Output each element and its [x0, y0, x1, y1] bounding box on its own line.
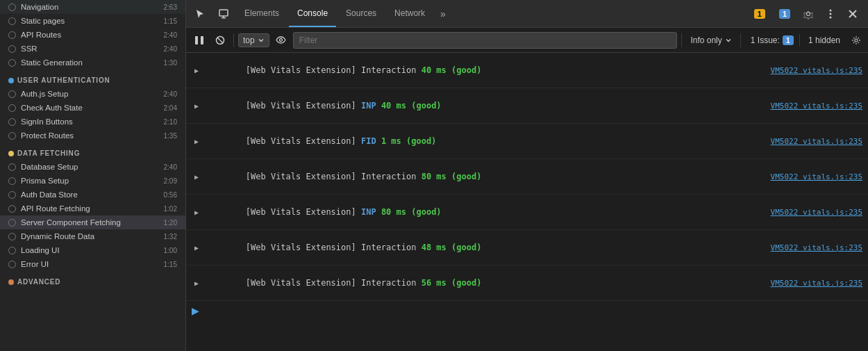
console-prompt[interactable]: ▶ — [186, 301, 868, 320]
sidebar-item-protect-routes[interactable]: Protect Routes 1:35 — [0, 129, 185, 142]
sidebar-item-loading-ui[interactable]: Loading UI 1:00 — [0, 243, 185, 257]
radio-prisma-setup — [8, 177, 16, 185]
info-only-btn[interactable]: Info only — [686, 34, 735, 47]
sidebar-item-static-generation[interactable]: Static Generation 1:30 — [0, 56, 185, 70]
svg-rect-0 — [219, 10, 228, 16]
radio-api-routes — [8, 31, 16, 39]
log-text-7: [Web Vitals Extension] Interaction 56 ms… — [206, 268, 767, 297]
section-dot-data-fetching — [8, 151, 14, 156]
console-settings-btn[interactable] — [849, 33, 864, 48]
expand-icon-2[interactable]: ▶ — [192, 102, 201, 110]
sidebar-item-badge: 1:30 — [163, 59, 177, 67]
cursor-icon-btn[interactable] — [189, 3, 211, 25]
block-btn[interactable] — [211, 31, 229, 49]
log-text-3: [Web Vitals Extension] FID 1 ms (good) — [206, 126, 767, 156]
sidebar-item-label: Navigation — [21, 3, 158, 11]
radio-loading-ui — [8, 247, 16, 254]
issue-label: 1 Issue: — [751, 35, 780, 45]
toolbar-divider-3 — [740, 33, 741, 47]
warn-count-btn[interactable]: 1 — [749, 7, 771, 21]
inspect-icon-btn[interactable] — [212, 3, 235, 25]
top-selector-btn[interactable]: top — [238, 33, 269, 47]
close-btn[interactable] — [843, 4, 862, 24]
issue-count-badge: 1 — [783, 35, 794, 45]
sidebar-item-badge: 1:02 — [163, 205, 177, 213]
warn-badge: 1 — [754, 9, 765, 19]
tab-sources[interactable]: Sources — [337, 0, 385, 27]
log-source-5[interactable]: VM5022 vitals.js:235 — [771, 208, 862, 217]
section-dot-advanced — [8, 279, 14, 285]
expand-icon-1[interactable]: ▶ — [192, 67, 201, 74]
log-source-4[interactable]: VM5022 vitals.js:235 — [771, 172, 862, 181]
sidebar-item-error-ui[interactable]: Error UI 1:15 — [0, 257, 185, 271]
more-options-btn[interactable] — [821, 4, 840, 24]
svg-point-13 — [855, 39, 858, 42]
sidebar-item-api-route-fetching[interactable]: API Route Fetching 1:02 — [0, 202, 185, 215]
log-entry-3: ▶ [Web Vitals Extension] FID 1 ms (good)… — [186, 124, 868, 159]
sidebar-item-check-auth-state[interactable]: Check Auth State 2:04 — [0, 101, 185, 115]
radio-server-component-fetching — [8, 219, 16, 227]
log-source-1[interactable]: VM5022 vitals.js:235 — [771, 66, 862, 75]
log-source-6[interactable]: VM5022 vitals.js:235 — [771, 243, 862, 252]
devtools-panel: Elements Console Sources Network » 1 1 — [186, 0, 868, 351]
sidebar-item-label: Error UI — [21, 260, 158, 268]
radio-dynamic-route-data — [8, 233, 16, 240]
sidebar-item-database-setup[interactable]: Database Setup 2:40 — [0, 160, 185, 174]
expand-icon-4[interactable]: ▶ — [192, 173, 201, 181]
settings-icon-btn[interactable] — [799, 4, 818, 24]
sidebar-item-badge: 1:20 — [163, 219, 177, 227]
toolbar-divider-2 — [681, 33, 682, 47]
section-advanced: ADVANCED — [0, 271, 185, 288]
log-source-7[interactable]: VM5022 vitals.js:235 — [771, 279, 862, 288]
sidebar-item-label: Server Component Fetching — [21, 218, 158, 227]
log-text-1: [Web Vitals Extension] Interaction 40 ms… — [206, 56, 767, 85]
more-tabs-btn[interactable]: » — [435, 4, 451, 24]
sidebar-item-static-pages[interactable]: Static pages 1:15 — [0, 14, 185, 28]
expand-icon-6[interactable]: ▶ — [192, 244, 201, 252]
sidebar-item-label: Prisma Setup — [21, 177, 158, 185]
sidebar-item-auth-data-store[interactable]: Auth Data Store 0:56 — [0, 188, 185, 202]
expand-icon-7[interactable]: ▶ — [192, 279, 201, 287]
svg-point-3 — [830, 9, 832, 11]
tab-network[interactable]: Network — [386, 0, 433, 27]
tab-elements[interactable]: Elements — [236, 0, 287, 27]
sidebar-item-api-routes[interactable]: API Routes 2:40 — [0, 28, 185, 42]
sidebar-item-badge: 2:40 — [163, 31, 177, 39]
sidebar-item-label: Loading UI — [21, 246, 158, 254]
radio-signin-buttons — [8, 118, 16, 126]
sidebar-item-label: Dynamic Route Data — [21, 232, 158, 240]
sidebar-item-dynamic-route-data[interactable]: Dynamic Route Data 1:32 — [0, 229, 185, 243]
sidebar-item-label: Protect Routes — [21, 131, 158, 140]
sidebar: Navigation 2:63 Static pages 1:15 API Ro… — [0, 0, 186, 351]
svg-rect-1 — [222, 17, 226, 19]
radio-auth-setup — [8, 90, 16, 98]
sidebar-item-auth-setup[interactable]: Auth.js Setup 2:40 — [0, 87, 185, 101]
tab-console[interactable]: Console — [289, 0, 336, 27]
sidebar-item-ssr[interactable]: SSR 2:40 — [0, 42, 185, 56]
sidebar-item-server-component-fetching[interactable]: Server Component Fetching 1:20 — [0, 215, 185, 229]
sidebar-item-label: Static Generation — [21, 58, 158, 67]
play-btn[interactable] — [190, 31, 208, 49]
log-source-3[interactable]: VM5022 vitals.js:235 — [771, 137, 862, 146]
sidebar-item-signin-buttons[interactable]: SignIn Buttons 2:10 — [0, 115, 185, 129]
sidebar-item-label: Check Auth State — [21, 104, 158, 112]
log-entry-1: ▶ [Web Vitals Extension] Interaction 40 … — [186, 53, 868, 88]
sidebar-item-label: Auth Data Store — [21, 190, 158, 199]
svg-line-11 — [217, 38, 223, 43]
sidebar-item-prisma-setup[interactable]: Prisma Setup 2:09 — [0, 174, 185, 188]
log-text-4: [Web Vitals Extension] Interaction 80 ms… — [206, 162, 767, 191]
eye-btn[interactable] — [272, 31, 290, 49]
sidebar-item-badge: 2:04 — [163, 104, 177, 112]
log-entry-5: ▶ [Web Vitals Extension] INP 80 ms (good… — [186, 195, 868, 230]
svg-rect-8 — [195, 36, 198, 44]
filter-input[interactable] — [293, 32, 678, 49]
prompt-arrow-icon: ▶ — [192, 305, 199, 316]
info-count-btn[interactable]: 1 — [774, 7, 796, 21]
radio-api-route-fetching — [8, 205, 16, 213]
section-data-fetching: DATA FETCHING — [0, 142, 185, 160]
expand-icon-3[interactable]: ▶ — [192, 138, 201, 145]
sidebar-item-badge: 2:40 — [163, 163, 177, 171]
sidebar-item-navigation[interactable]: Navigation 2:63 — [0, 0, 185, 14]
log-source-2[interactable]: VM5022 vitals.js:235 — [771, 101, 862, 111]
expand-icon-5[interactable]: ▶ — [192, 209, 201, 216]
